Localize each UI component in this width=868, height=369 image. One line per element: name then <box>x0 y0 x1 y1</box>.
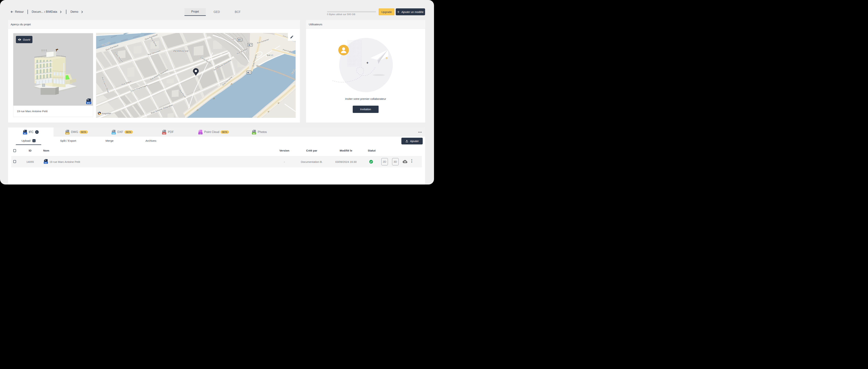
svg-text:⬚: ⬚ <box>200 132 202 134</box>
svg-text:IFC: IFC <box>44 162 47 164</box>
svg-text:PDF: PDF <box>163 133 166 134</box>
svg-text:M 7: M 7 <box>248 44 252 46</box>
svg-text:PERRACHE: PERRACHE <box>173 50 189 53</box>
svg-text:maptiler: maptiler <box>102 112 112 115</box>
svg-text:DWG: DWG <box>66 133 69 134</box>
svg-text:IMG: IMG <box>253 133 255 134</box>
svg-text:Exit 1.1: Exit 1.1 <box>267 54 273 56</box>
svg-text:M 7: M 7 <box>247 71 251 74</box>
svg-text:DXF: DXF <box>112 133 115 134</box>
svg-text:IFC: IFC <box>87 102 90 104</box>
svg-text:IFC: IFC <box>24 133 26 134</box>
svg-text:M 6: M 6 <box>238 39 242 41</box>
